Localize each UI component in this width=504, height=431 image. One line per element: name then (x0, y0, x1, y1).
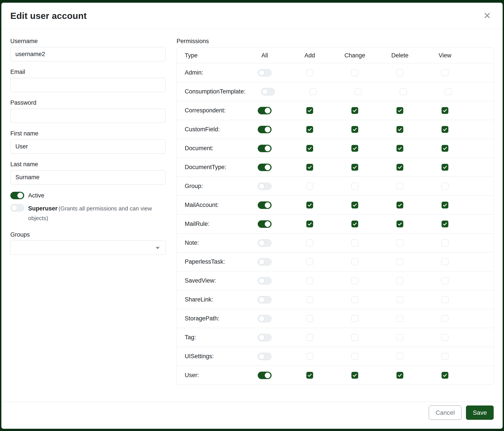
permission-all-switch[interactable] (258, 353, 271, 360)
permission-add-checkbox[interactable] (306, 221, 313, 227)
groups-select[interactable] (10, 241, 166, 255)
permission-all-switch[interactable] (258, 107, 271, 114)
permission-add-checkbox[interactable] (306, 277, 313, 284)
permission-add-checkbox[interactable] (306, 334, 313, 341)
permission-view-checkbox[interactable] (441, 372, 448, 379)
permission-add-checkbox[interactable] (306, 69, 313, 76)
permission-view-checkbox[interactable] (441, 202, 448, 208)
permission-all-switch[interactable] (258, 220, 271, 228)
permission-delete-checkbox[interactable] (396, 126, 403, 133)
permission-delete-checkbox[interactable] (400, 88, 407, 95)
username-field[interactable] (10, 47, 166, 61)
permission-view-checkbox[interactable] (441, 240, 448, 246)
permission-change-checkbox[interactable] (351, 164, 358, 171)
toggle-knob (259, 354, 265, 359)
permission-view-checkbox[interactable] (441, 277, 448, 284)
permission-all-switch[interactable] (258, 164, 271, 171)
permission-add-checkbox[interactable] (306, 258, 313, 265)
permission-change-checkbox[interactable] (351, 258, 358, 265)
permission-view-checkbox[interactable] (441, 145, 448, 152)
permission-change-checkbox[interactable] (351, 202, 358, 208)
permission-all-switch[interactable] (258, 145, 271, 152)
permission-delete-checkbox[interactable] (396, 334, 403, 341)
first-name-field[interactable] (10, 139, 166, 154)
permission-view-checkbox[interactable] (441, 296, 448, 303)
permission-change-checkbox[interactable] (351, 334, 358, 341)
permission-row: MailAccount: (177, 196, 494, 214)
permission-delete-checkbox[interactable] (396, 258, 403, 265)
permission-all-switch[interactable] (258, 201, 271, 209)
permission-add-checkbox[interactable] (306, 107, 313, 114)
permission-delete-checkbox[interactable] (396, 277, 403, 284)
permission-delete-checkbox[interactable] (396, 107, 403, 114)
permission-delete-checkbox[interactable] (396, 183, 403, 189)
permission-delete-checkbox[interactable] (396, 145, 403, 152)
permission-delete-checkbox[interactable] (396, 202, 403, 208)
permission-view-checkbox[interactable] (445, 88, 452, 95)
permission-all-switch[interactable] (258, 239, 271, 247)
permission-delete-checkbox[interactable] (396, 240, 403, 246)
permission-add-checkbox[interactable] (306, 240, 313, 246)
permission-change-checkbox[interactable] (351, 372, 358, 379)
permission-delete-checkbox[interactable] (396, 221, 403, 227)
permission-add-checkbox[interactable] (306, 202, 313, 208)
permission-add-checkbox[interactable] (306, 353, 313, 360)
permission-delete-checkbox[interactable] (396, 164, 403, 171)
permission-view-checkbox[interactable] (441, 107, 448, 114)
permission-all-switch[interactable] (261, 88, 275, 95)
permission-add-checkbox[interactable] (306, 183, 313, 189)
permission-change-checkbox[interactable] (351, 221, 358, 227)
permission-change-checkbox[interactable] (351, 240, 358, 246)
permission-view-checkbox[interactable] (441, 164, 448, 171)
permission-all-switch[interactable] (258, 296, 271, 304)
permission-change-checkbox[interactable] (351, 315, 358, 322)
check-icon (352, 108, 357, 113)
permission-add-checkbox[interactable] (306, 145, 313, 152)
permission-change-checkbox[interactable] (355, 88, 361, 95)
permission-view-checkbox[interactable] (441, 334, 448, 341)
permission-change-checkbox[interactable] (351, 353, 358, 360)
permission-all-switch[interactable] (258, 277, 271, 285)
save-button[interactable]: Save (466, 405, 494, 420)
last-name-field[interactable] (10, 170, 166, 185)
permission-view-checkbox[interactable] (441, 183, 448, 189)
permission-all-switch[interactable] (258, 182, 271, 190)
permission-view-checkbox[interactable] (441, 221, 448, 227)
permission-change-checkbox[interactable] (351, 183, 358, 189)
permission-delete-checkbox[interactable] (396, 315, 403, 322)
password-field[interactable] (10, 109, 166, 123)
permission-all-switch[interactable] (258, 126, 271, 133)
email-field[interactable] (10, 78, 166, 92)
permission-add-checkbox[interactable] (306, 315, 313, 322)
permission-add-checkbox[interactable] (310, 88, 316, 95)
permission-view-checkbox[interactable] (441, 315, 448, 322)
permission-all-switch[interactable] (258, 315, 271, 322)
permission-change-checkbox[interactable] (351, 126, 358, 133)
cancel-button[interactable]: Cancel (429, 405, 462, 420)
permission-change-checkbox[interactable] (351, 296, 358, 303)
close-icon[interactable]: ✕ (482, 10, 493, 21)
permission-change-checkbox[interactable] (351, 277, 358, 284)
permission-delete-checkbox[interactable] (396, 296, 403, 303)
permission-all-switch[interactable] (258, 334, 271, 341)
permission-view-checkbox[interactable] (441, 353, 448, 360)
permission-all-switch[interactable] (258, 258, 271, 266)
permission-delete-checkbox[interactable] (396, 353, 403, 360)
toggle-knob (262, 89, 268, 95)
permission-delete-checkbox[interactable] (396, 69, 403, 76)
permission-add-checkbox[interactable] (306, 296, 313, 303)
permission-view-checkbox[interactable] (441, 126, 448, 133)
superuser-toggle[interactable] (10, 204, 24, 212)
permission-all-switch[interactable] (258, 372, 271, 379)
permission-all-switch[interactable] (258, 69, 271, 77)
permission-change-checkbox[interactable] (351, 107, 358, 114)
permission-add-checkbox[interactable] (306, 372, 313, 379)
permission-add-checkbox[interactable] (306, 126, 313, 133)
permission-change-checkbox[interactable] (351, 145, 358, 152)
permission-delete-checkbox[interactable] (396, 372, 403, 379)
permission-change-checkbox[interactable] (351, 69, 358, 76)
permission-view-checkbox[interactable] (441, 258, 448, 265)
active-toggle[interactable] (10, 192, 24, 199)
permission-view-checkbox[interactable] (441, 69, 448, 76)
permission-add-checkbox[interactable] (306, 164, 313, 171)
